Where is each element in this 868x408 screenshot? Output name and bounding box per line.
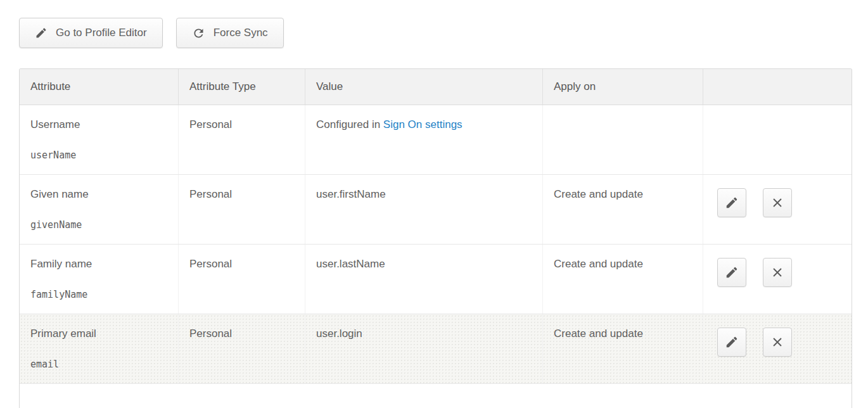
table-row: Family name familyName Personal user.las… [20,245,852,314]
delete-mapping-button[interactable] [763,258,792,287]
attribute-mapping-table: Attribute Attribute Type Value Apply on … [19,68,852,408]
refresh-icon [192,27,205,40]
value-cell: user.login [305,314,542,383]
force-sync-button[interactable]: Force Sync [176,18,284,48]
value-cell: user.lastName [305,245,542,314]
attribute-cell: Family name familyName [20,245,178,314]
apply-on-cell: Create and update [542,175,703,244]
edit-mapping-button[interactable] [717,258,746,287]
attribute-type-cell: Personal [178,105,305,174]
pencil-icon [725,196,739,210]
header-attribute: Attribute [20,69,178,105]
delete-mapping-button[interactable] [763,328,792,357]
actions-cell [703,245,852,314]
go-to-profile-editor-label: Go to Profile Editor [56,27,147,39]
attribute-cell: Primary email email [20,314,178,383]
toolbar: Go to Profile Editor Force Sync [19,18,284,48]
edit-mapping-button[interactable] [717,328,746,357]
value-cell: user.firstName [305,175,542,244]
x-icon [770,335,784,349]
actions-cell [703,105,852,174]
attribute-cell: Username userName [20,105,178,174]
attribute-label: Given name [30,188,169,201]
attribute-label: Username [30,118,169,131]
edit-mapping-button[interactable] [717,188,746,217]
x-icon [770,196,784,210]
sign-on-settings-link[interactable]: Sign On settings [383,118,463,131]
attribute-variable-name: userName [30,150,169,161]
go-to-profile-editor-button[interactable]: Go to Profile Editor [19,18,163,48]
attribute-label: Primary email [30,328,169,340]
attribute-type-cell: Personal [178,245,305,314]
attribute-cell: Given name givenName [20,175,178,244]
apply-on-cell: Create and update [542,245,703,314]
force-sync-label: Force Sync [214,27,268,39]
attribute-type-cell: Personal [178,175,305,244]
actions-cell [703,175,852,244]
attribute-variable-name: givenName [30,219,169,231]
header-attribute-type: Attribute Type [178,69,305,105]
attribute-label: Family name [30,258,169,271]
apply-on-cell: Create and update [542,314,703,383]
table-row-partial [20,384,852,408]
delete-mapping-button[interactable] [763,188,792,217]
value-cell: Configured in Sign On settings [305,105,542,174]
pencil-icon [725,335,739,349]
table-row: Primary email email Personal user.login … [20,314,852,384]
apply-on-cell [542,105,703,174]
header-actions [703,69,852,105]
attribute-variable-name: email [30,359,169,370]
x-icon [770,265,784,279]
actions-cell [703,314,852,383]
table-header-row: Attribute Attribute Type Value Apply on [20,69,852,105]
pencil-icon [35,27,48,39]
value-text: Configured in [316,118,383,131]
attribute-type-cell: Personal [178,314,305,383]
attribute-variable-name: familyName [30,289,169,300]
pencil-icon [725,265,739,279]
table-row: Given name givenName Personal user.first… [20,175,852,245]
header-value: Value [305,69,542,105]
header-apply-on: Apply on [542,69,703,105]
table-row: Username userName Personal Configured in… [20,105,852,175]
